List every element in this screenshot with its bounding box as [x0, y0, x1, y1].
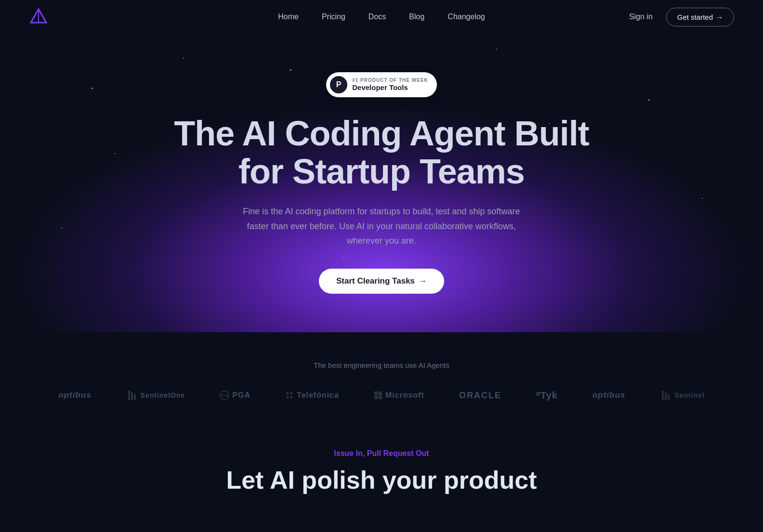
svg-point-10	[286, 396, 289, 399]
logo-tyk: ᵒTyk	[536, 389, 558, 401]
sign-in-link[interactable]: Sign in	[629, 13, 653, 21]
hero-content: P #1 PRODUCT OF THE WEEK Developer Tools…	[155, 72, 608, 294]
badge-text: #1 PRODUCT OF THE WEEK Developer Tools	[352, 78, 428, 92]
logos-subtitle: The best engineering teams use AI Agents	[314, 361, 449, 369]
logo-sentinelone: SentinelOne	[126, 389, 185, 401]
bottom-heading: Let AI polish your product	[226, 466, 537, 494]
nav-docs[interactable]: Docs	[368, 13, 386, 21]
hero-subtext: Fine is the AI coding platform for start…	[232, 204, 531, 248]
logo-optibus-2: optibus	[592, 390, 625, 400]
nav-home[interactable]: Home	[278, 13, 299, 21]
svg-rect-16	[662, 390, 664, 400]
cta-button[interactable]: Start Clearing Tasks →	[319, 269, 444, 294]
hero-heading: The AI Coding Agent Built for Startup Te…	[174, 115, 589, 191]
svg-rect-18	[668, 394, 670, 400]
badge-category: Developer Tools	[352, 83, 408, 92]
logo-telefonica: Telefónica	[285, 391, 339, 400]
logo[interactable]	[29, 7, 48, 26]
nav-links: Home Pricing Docs Blog Changelog	[278, 13, 485, 21]
svg-rect-14	[374, 396, 378, 400]
logos-row: optibus SentinelOne PGA PGA	[29, 389, 734, 401]
svg-rect-17	[665, 392, 667, 400]
nav-right: Sign in Get started →	[629, 8, 734, 26]
product-badge[interactable]: P #1 PRODUCT OF THE WEEK Developer Tools	[326, 72, 437, 97]
hero-section: P #1 PRODUCT OF THE WEEK Developer Tools…	[0, 34, 763, 332]
svg-point-9	[290, 392, 292, 395]
bottom-tagline: Issue In, Pull Request Out	[334, 449, 429, 458]
svg-rect-4	[131, 392, 133, 400]
navbar: Home Pricing Docs Blog Changelog Sign in…	[0, 0, 763, 34]
svg-rect-12	[374, 391, 378, 395]
nav-blog[interactable]: Blog	[409, 13, 424, 21]
svg-text:PGA: PGA	[220, 394, 229, 397]
logo-pga: PGA PGA	[220, 390, 250, 400]
logo-optibus-1: optibus	[58, 390, 91, 400]
get-started-button[interactable]: Get started →	[666, 8, 734, 26]
svg-rect-13	[378, 391, 382, 395]
logo-microsoft: Microsoft	[374, 391, 424, 400]
nav-pricing[interactable]: Pricing	[322, 13, 345, 21]
svg-rect-5	[134, 394, 136, 400]
nav-changelog[interactable]: Changelog	[447, 13, 485, 21]
logo-sentinel: Sentinel	[660, 389, 704, 401]
svg-rect-3	[128, 390, 130, 400]
svg-point-8	[286, 392, 289, 395]
svg-point-11	[290, 396, 292, 399]
bottom-section: Issue In, Pull Request Out Let AI polish…	[0, 420, 763, 514]
logo-oracle: ORACLE	[459, 390, 501, 401]
svg-rect-15	[378, 396, 382, 400]
logos-section: The best engineering teams use AI Agents…	[0, 332, 763, 420]
badge-label: #1 PRODUCT OF THE WEEK	[352, 78, 428, 83]
badge-icon: P	[330, 76, 347, 93]
